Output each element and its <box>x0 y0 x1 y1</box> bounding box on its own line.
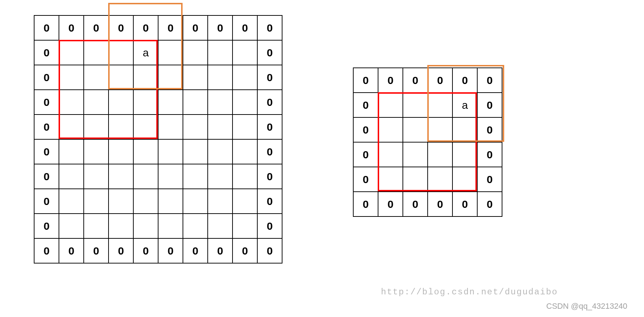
grid-b-cell-4-1 <box>378 167 403 192</box>
grid-a-cell-8-0: 0 <box>34 214 59 238</box>
grid-a-cell-4-6 <box>183 115 208 139</box>
grid-a-cell-5-4 <box>133 139 158 164</box>
grid-a-cell-8-1 <box>59 214 84 238</box>
grid-a-cell-0-4: 0 <box>133 15 158 40</box>
grid-a-cell-4-8 <box>233 115 257 139</box>
grid-b-cell-1-2 <box>403 93 428 117</box>
grid-a-cell-4-4 <box>133 115 158 139</box>
grid-a-cell-6-3 <box>109 164 133 189</box>
grid-a-cell-3-4 <box>133 90 158 115</box>
grid-b-cell-5-1: 0 <box>378 192 403 216</box>
grid-b-cell-3-0: 0 <box>353 142 378 167</box>
grid-a-cell-0-5: 0 <box>158 15 183 40</box>
grid-b-cell-0-5: 0 <box>477 68 502 93</box>
grid-a-cell-8-9: 0 <box>257 214 282 238</box>
grid-a-cell-6-4 <box>133 164 158 189</box>
grid-a-cell-5-8 <box>233 139 257 164</box>
grid-a-cell-7-0: 0 <box>34 189 59 214</box>
grid-a-cell-7-8 <box>233 189 257 214</box>
grid-a-cell-5-1 <box>59 139 84 164</box>
grid-a-cell-1-2 <box>84 40 109 65</box>
grid-a-cell-7-2 <box>84 189 109 214</box>
grid-a-cell-7-4 <box>133 189 158 214</box>
grid-a-cell-6-2 <box>84 164 109 189</box>
grid-b-cell-5-5: 0 <box>477 192 502 216</box>
grid-a-cell-5-6 <box>183 139 208 164</box>
grid-a-cell-4-2 <box>84 115 109 139</box>
grid-b-cell-4-0: 0 <box>353 167 378 192</box>
grid-b-cell-5-3: 0 <box>428 192 452 216</box>
grid-a-cell-9-8: 0 <box>233 238 257 263</box>
grid-a-cell-7-3 <box>109 189 133 214</box>
grid-a-cell-3-9: 0 <box>257 90 282 115</box>
grid-a-cell-1-1 <box>59 40 84 65</box>
grid-a-cell-5-9: 0 <box>257 139 282 164</box>
grid-a-cell-8-8 <box>233 214 257 238</box>
grid-a-cell-5-2 <box>84 139 109 164</box>
grid-b-cell-5-0: 0 <box>353 192 378 216</box>
grid-b-cell-1-0: 0 <box>353 93 378 117</box>
grid-a-cell-1-7 <box>208 40 233 65</box>
grid-a-cell-0-3: 0 <box>109 15 133 40</box>
grid-a-cell-0-6: 0 <box>183 15 208 40</box>
grid-a-cell-7-1 <box>59 189 84 214</box>
grid-b-cell-1-4: a <box>452 93 477 117</box>
grid-b-cell-5-2: 0 <box>403 192 428 216</box>
grid-b-cell-2-0: 0 <box>353 117 378 142</box>
grid-a-cell-3-1 <box>59 90 84 115</box>
grid-a-cell-8-2 <box>84 214 109 238</box>
grid-b-cell-4-4 <box>452 167 477 192</box>
grid-b-cell-3-3 <box>428 142 452 167</box>
grid-a-cell-0-7: 0 <box>208 15 233 40</box>
watermark-csdn-handle: CSDN @qq_43213240 <box>546 302 627 311</box>
grid-b-cell-4-3 <box>428 167 452 192</box>
grid-b-cell-0-4: 0 <box>452 68 477 93</box>
grid-b-cell-1-5: 0 <box>477 93 502 117</box>
grid-b-cell-1-1 <box>378 93 403 117</box>
grid-b-cell-2-5: 0 <box>477 117 502 142</box>
grid-b-cell-5-4: 0 <box>452 192 477 216</box>
grid-a-cell-6-8 <box>233 164 257 189</box>
grid-a-cell-6-1 <box>59 164 84 189</box>
grid-b-cell-4-2 <box>403 167 428 192</box>
grid-a-cell-6-6 <box>183 164 208 189</box>
grid-a-cell-6-0: 0 <box>34 164 59 189</box>
grid-a-cell-6-9: 0 <box>257 164 282 189</box>
grid-a-cell-9-7: 0 <box>208 238 233 263</box>
grid-a-cell-5-5 <box>158 139 183 164</box>
grid-a-cell-4-9: 0 <box>257 115 282 139</box>
grid-a-cell-9-1: 0 <box>59 238 84 263</box>
grid-a-cell-8-7 <box>208 214 233 238</box>
grid-a-cell-7-9: 0 <box>257 189 282 214</box>
grid-a-cell-2-0: 0 <box>34 65 59 90</box>
grid-a-cell-9-9: 0 <box>257 238 282 263</box>
grid-a-cell-7-7 <box>208 189 233 214</box>
grid-b-cell-3-5: 0 <box>477 142 502 167</box>
grid-a-cell-0-1: 0 <box>59 15 84 40</box>
grid-b-cell-0-1: 0 <box>378 68 403 93</box>
grid-a-cell-2-6 <box>183 65 208 90</box>
grid-a-cell-4-1 <box>59 115 84 139</box>
grid-a-cell-1-0: 0 <box>34 40 59 65</box>
grid-a-cell-9-0: 0 <box>34 238 59 263</box>
grid-b-cell-3-1 <box>378 142 403 167</box>
watermark-blog-url: http://blog.csdn.net/dugudaibo <box>381 287 558 297</box>
grid-b-cell-1-3 <box>428 93 452 117</box>
grid-b-cell-2-3 <box>428 117 452 142</box>
grid-a-cell-4-5 <box>158 115 183 139</box>
grid-a-cell-1-5 <box>158 40 183 65</box>
grid-b-cell-0-2: 0 <box>403 68 428 93</box>
grid-a-cell-2-2 <box>84 65 109 90</box>
grid-b-cell-2-1 <box>378 117 403 142</box>
grid-a-cell-8-5 <box>158 214 183 238</box>
grid-b-cell-2-4 <box>452 117 477 142</box>
grid-a-cell-2-8 <box>233 65 257 90</box>
grid-a-cell-9-5: 0 <box>158 238 183 263</box>
grid-b-cell-3-4 <box>452 142 477 167</box>
grid-a-cell-0-8: 0 <box>233 15 257 40</box>
grid-a-cell-2-3 <box>109 65 133 90</box>
grid-a-cell-9-2: 0 <box>84 238 109 263</box>
grid-a-cell-3-2 <box>84 90 109 115</box>
grid-a-cell-7-6 <box>183 189 208 214</box>
grid-a-cell-1-4: a <box>133 40 158 65</box>
